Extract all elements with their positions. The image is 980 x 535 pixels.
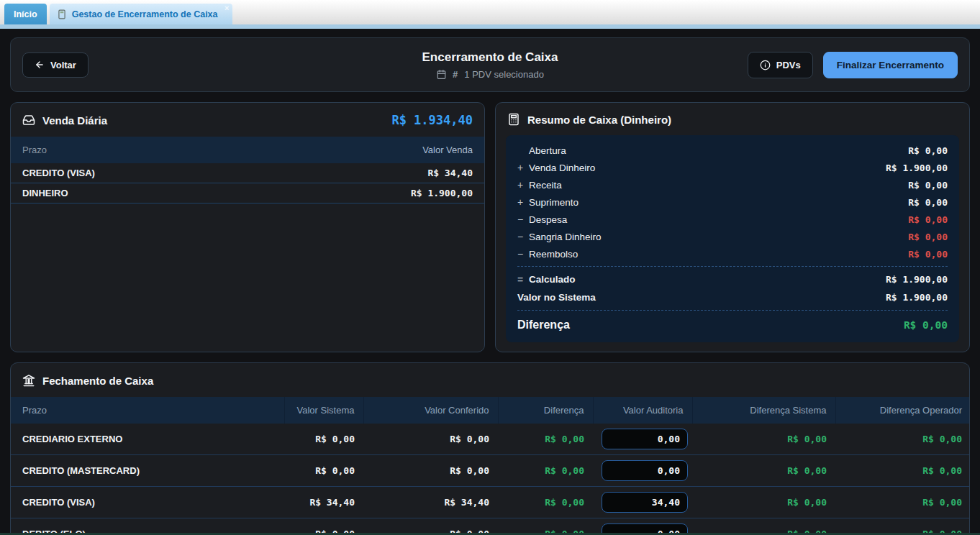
resumo-row-sign: +	[517, 162, 529, 173]
row-diferenca-sistema: R$ 0,00	[692, 455, 835, 487]
row-valor-sistema: R$ 0,00	[284, 424, 363, 455]
page-header: Voltar Encerramento de Caixa # 1 PDV sel…	[10, 37, 970, 92]
close-icon[interactable]: ×	[224, 4, 229, 12]
col-valor-sistema: Valor Sistema	[284, 397, 363, 424]
col-prazo: Prazo	[11, 397, 284, 424]
resumo-row-label: Reembolso	[529, 249, 578, 260]
venda-row-valor: R$ 1.900,00	[411, 188, 473, 198]
dashed-divider	[517, 266, 948, 267]
calculator-icon	[507, 113, 520, 126]
venda-row-prazo: DINHEIRO	[22, 188, 68, 198]
fechamento-table: Prazo Valor Sistema Valor Conferido Dife…	[11, 397, 970, 535]
resumo-row-value: R$ 0,00	[908, 214, 948, 225]
bank-icon	[22, 374, 35, 387]
fechamento-title: Fechamento de Caixa	[42, 375, 153, 387]
resumo-row-sign: +	[517, 196, 529, 208]
fechamento-rows: CREDIARIO EXTERNO R$ 0,00 R$ 0,00 R$ 0,0…	[11, 424, 970, 535]
venda-diaria-title: Venda Diária	[42, 114, 107, 127]
resumo-caixa-title: Resumo de Caixa (Dinheiro)	[527, 114, 671, 126]
row-diferenca-operador: R$ 0,00	[835, 424, 970, 455]
row-valor-sistema: R$ 34,40	[284, 487, 363, 518]
resumo-row-label: Suprimento	[529, 197, 579, 208]
venda-diaria-column-headers: Prazo Valor Venda	[11, 137, 484, 163]
tab-gestao-label: Gestao de Encerramento de Caixa	[72, 9, 218, 19]
header-title-block: Encerramento de Caixa # 1 PDV selecionad…	[422, 50, 558, 80]
row-valor-auditoria-cell	[593, 424, 692, 455]
diferenca-value: R$ 0,00	[904, 319, 948, 331]
equals-sign: =	[517, 274, 529, 285]
table-row: CREDITO (MASTERCARD) R$ 0,00 R$ 0,00 R$ …	[11, 455, 970, 487]
resumo-row-value: R$ 0,00	[908, 249, 948, 260]
row-valor-conferido: R$ 0,00	[363, 424, 498, 455]
dashed-divider	[517, 310, 948, 311]
valor-auditoria-input[interactable]	[602, 492, 688, 513]
calendar-icon	[436, 69, 446, 79]
row-valor-conferido: R$ 0,00	[363, 455, 498, 487]
row-diferenca: R$ 0,00	[498, 455, 593, 487]
col-prazo: Prazo	[22, 145, 47, 155]
fechamento-header: Fechamento de Caixa	[11, 363, 969, 397]
tab-inicio[interactable]: Início	[4, 4, 47, 24]
venda-diaria-panel: Venda Diária R$ 1.934,40 Prazo Valor Ven…	[10, 102, 485, 352]
resumo-row-sign: −	[517, 248, 529, 260]
venda-row-prazo: CREDITO (VISA)	[22, 168, 95, 178]
resumo-row-sign: −	[517, 231, 529, 242]
valor-auditoria-input[interactable]	[602, 460, 688, 481]
tab-gestao-encerramento[interactable]: Gestao de Encerramento de Caixa ×	[50, 4, 232, 24]
row-valor-auditoria-cell	[593, 487, 692, 518]
browser-tab-bar: Início Gestao de Encerramento de Caixa ×	[0, 0, 980, 24]
resumo-row-label: Despesa	[529, 214, 567, 225]
resumo-calculado-row: = Calculado R$ 1.900,00	[517, 270, 948, 288]
valor-auditoria-input[interactable]	[602, 429, 688, 449]
resumo-row-value: R$ 0,00	[908, 197, 948, 208]
resumo-diferenca-row: Diferença R$ 0,00	[517, 315, 948, 335]
resumo-row-value: R$ 1.900,00	[886, 163, 948, 173]
row-prazo: CREDIARIO EXTERNO	[11, 424, 284, 455]
resumo-row-label: Abertura	[529, 145, 566, 156]
row-diferenca-operador: R$ 0,00	[835, 487, 970, 518]
calculado-value: R$ 1.900,00	[886, 274, 948, 285]
row-valor-auditoria-cell	[593, 455, 692, 487]
table-row: CREDITO (VISA) R$ 34,40 R$ 34,40 R$ 0,00…	[11, 487, 970, 518]
pdv-selected-label: 1 PDV selecionado	[464, 69, 544, 80]
venda-diaria-rows: CREDITO (VISA) R$ 34,40 DINHEIRO R$ 1.90…	[11, 163, 484, 204]
resumo-row: − Sangria Dinheiro R$ 0,00	[517, 228, 948, 245]
diferenca-label: Diferença	[517, 319, 570, 331]
row-diferenca: R$ 0,00	[498, 424, 593, 455]
venda-diaria-row: CREDITO (VISA) R$ 34,40	[11, 163, 484, 183]
col-diferenca-operador: Diferença Operador	[835, 397, 970, 424]
row-diferenca-operador: R$ 0,00	[835, 455, 970, 487]
col-valor-auditoria: Valor Auditoria	[593, 397, 692, 424]
resumo-row: − Reembolso R$ 0,00	[517, 245, 948, 262]
col-diferenca-sistema: Diferença Sistema	[692, 397, 835, 424]
resumo-row-value: R$ 0,00	[908, 180, 948, 191]
page-title: Encerramento de Caixa	[422, 50, 558, 65]
venda-diaria-total: R$ 1.934,40	[391, 113, 473, 127]
row-valor-sistema: R$ 0,00	[284, 455, 363, 487]
sistema-label: Valor no Sistema	[517, 292, 596, 303]
header-actions: PDVs Finalizar Encerramento	[748, 52, 958, 78]
back-button[interactable]: Voltar	[22, 52, 89, 78]
resumo-row: + Venda Dinheiro R$ 1.900,00	[517, 159, 948, 176]
resumo-row: Abertura R$ 0,00	[517, 142, 948, 159]
fechamento-column-headers: Prazo Valor Sistema Valor Conferido Dife…	[11, 397, 970, 424]
resumo-caixa-box: Abertura R$ 0,00 + Venda Dinheiro R$ 1.9…	[506, 135, 959, 342]
back-button-label: Voltar	[50, 60, 76, 70]
calculado-label: Calculado	[529, 274, 576, 285]
venda-diaria-header: Venda Diária R$ 1.934,40	[11, 103, 484, 137]
resumo-row-sign: −	[517, 214, 529, 225]
resumo-sistema-row: Valor no Sistema R$ 1.900,00	[517, 288, 948, 306]
resumo-caixa-panel: Resumo de Caixa (Dinheiro) Abertura R$ 0…	[495, 102, 970, 352]
tab-bar-bottom-strip	[0, 24, 980, 29]
arrow-left-icon	[35, 60, 45, 70]
row-diferenca: R$ 0,00	[498, 487, 593, 518]
col-diferenca: Diferença	[498, 397, 593, 424]
finalize-button[interactable]: Finalizar Encerramento	[823, 52, 958, 78]
sistema-value: R$ 1.900,00	[886, 292, 948, 303]
resumo-row-value: R$ 0,00	[908, 145, 948, 156]
venda-diaria-row: DINHEIRO R$ 1.900,00	[11, 183, 484, 204]
info-icon	[760, 60, 771, 70]
resumo-row-sign: +	[517, 179, 529, 191]
pdvs-button[interactable]: PDVs	[748, 52, 813, 78]
row-diferenca-sistema: R$ 0,00	[692, 424, 835, 455]
